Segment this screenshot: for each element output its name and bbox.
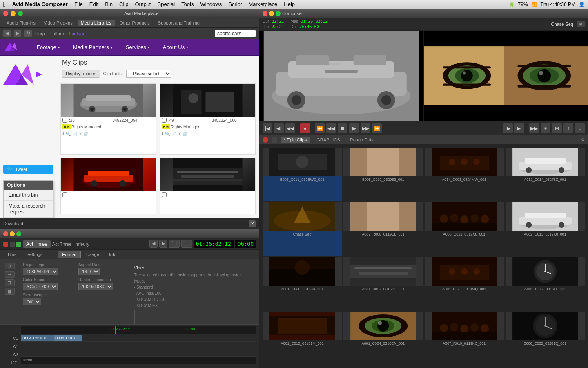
transport-play[interactable]: ▶ [349, 123, 359, 133]
transport-record[interactable]: ● [300, 123, 310, 133]
marketplace-menu[interactable]: Marketplace [248, 1, 277, 7]
bin-menu[interactable]: Bin [105, 1, 113, 7]
forward-button[interactable]: ▶ [14, 30, 21, 37]
tab-info[interactable]: Info [105, 251, 121, 258]
clip-info-1[interactable]: ℹ [162, 132, 163, 136]
clip-checkbox-2[interactable] [62, 192, 67, 197]
stereo-select[interactable]: Off [23, 298, 41, 305]
timeline-btn-4[interactable]: ▦ [5, 288, 15, 295]
option-email-bin[interactable]: Email this bin [4, 190, 53, 201]
nav-about-us[interactable]: About Us▾ [156, 39, 195, 55]
clip-h004-c013[interactable]: H004_C013_ [54, 335, 82, 341]
clip-tools-select[interactable]: --Please select-- [126, 70, 172, 78]
editor-tool-3[interactable]: ⬛ [169, 240, 180, 248]
bin-item-4[interactable]: Chase Seq [263, 202, 342, 256]
clip-info-0[interactable]: ℹ [62, 132, 64, 136]
clip-cart-1[interactable]: 🛒 [183, 132, 188, 136]
windows-menu[interactable]: Windows [200, 1, 222, 7]
clip-cart-0[interactable]: 🛒 [84, 132, 89, 136]
clip-zoom-0[interactable]: 🔍 [66, 132, 71, 136]
transport-stop[interactable]: ⏹ [338, 123, 347, 133]
clip-zoom-1[interactable]: 🔍 [165, 132, 170, 136]
transport-ff2[interactable]: ⏩ [372, 123, 382, 133]
raster-dim-select[interactable]: 1920x1080 [78, 283, 113, 290]
bin-tab-rough-cuts[interactable]: Rough Cuts [347, 137, 377, 143]
back-button[interactable]: ◀ [3, 30, 11, 37]
editor-tool-2[interactable]: ▶ [159, 240, 167, 248]
apple-menu[interactable]:  [3, 1, 6, 8]
transport-rew2[interactable]: ◀◀ [326, 123, 336, 133]
composer-minimize-dot[interactable] [269, 11, 274, 16]
tools-menu[interactable]: Tools [181, 1, 194, 7]
tab-audio-plugins[interactable]: Audio Plug-ins [3, 20, 39, 26]
clip-item-2[interactable] [60, 158, 156, 215]
bin-item-3[interactable]: A012_C014_03278Z_001 [506, 148, 585, 201]
clip-menu[interactable]: Clip [119, 1, 128, 7]
editor-tool-1[interactable]: ◀ [149, 240, 158, 248]
option-research-request[interactable]: Make a research request [4, 201, 53, 218]
transport-rew[interactable]: ⏪ [315, 123, 325, 133]
transport-extra4[interactable]: ↓ [575, 123, 585, 133]
a2-track[interactable] [21, 349, 256, 357]
script-menu[interactable]: Script [228, 1, 242, 7]
bin-item-9[interactable]: A001_C027_03152C_001 [343, 257, 423, 310]
bin-item-5[interactable]: A007_R008_0119CL_001 [343, 202, 423, 256]
breadcrumb-platform[interactable]: Platform [49, 31, 65, 36]
transport-mark-in[interactable]: ◀| [274, 123, 284, 133]
file-menu[interactable]: File [74, 1, 83, 7]
transport-ff[interactable]: ▶▶ [361, 123, 370, 133]
composer-maximize-dot[interactable] [276, 11, 281, 16]
output-menu[interactable]: Output [135, 1, 151, 7]
transport-extra2[interactable]: ⊟ [552, 123, 562, 133]
tab-settings[interactable]: Settings [22, 251, 47, 258]
bin-item-13[interactable]: A001_C004_0210CN_001 [343, 312, 423, 365]
bin-item-8[interactable]: A001_C036_03153R_001 [263, 257, 342, 310]
tab-format[interactable]: Format [58, 251, 81, 258]
refresh-button[interactable]: ↻ [24, 30, 32, 37]
transport-go-end[interactable]: ▶| [514, 123, 524, 133]
special-menu[interactable]: Special [157, 1, 175, 7]
nav-footage[interactable]: Footage▾ [30, 39, 67, 55]
editor-tool-4[interactable]: ⬛ [181, 240, 192, 248]
clip-item-0[interactable]: :28 3452224_054 RM Rights Managed ℹ 🔍 📄 [60, 83, 156, 155]
clip-doc-0[interactable]: 📄 [72, 132, 77, 136]
help-menu[interactable]: Help [284, 1, 295, 7]
bin-settings-btn[interactable]: ⚙ [581, 137, 585, 142]
edit-menu[interactable]: Edit [89, 1, 98, 7]
clip-h004-c016[interactable]: H004_C016_0 [21, 335, 54, 341]
clip-item-1[interactable]: :49 3452224_060 RM Rights Managed ℹ 🔍 📄 [160, 83, 256, 155]
nav-media-partners[interactable]: Media Partners▾ [67, 39, 119, 55]
transport-mark-out[interactable]: |▶ [503, 123, 513, 133]
bin-item-14[interactable]: A007_R019_0119KC_001 [425, 312, 504, 365]
timeline-btn-2[interactable]: ↔ [5, 271, 15, 278]
timeline-btn-1[interactable]: ⊞ [5, 263, 15, 269]
bin-tab-epic[interactable]: * Epic Clips [281, 137, 310, 143]
bin-item-15[interactable]: B006_C022_03281Q_001 [506, 312, 585, 365]
tab-bins[interactable]: Bins [3, 251, 21, 258]
bin-item-7[interactable]: A002_C013_0319K8_001 [506, 202, 585, 256]
download-close-button[interactable]: ✕ [249, 220, 256, 227]
breadcrumb-footage[interactable]: Footage [69, 31, 85, 36]
bin-tab-graphics[interactable]: GRAPHICS [313, 137, 343, 143]
v1-track[interactable]: H004_C016_0 H004_C013_ [21, 334, 256, 342]
app-menu[interactable]: Avid Media Composer [12, 1, 68, 7]
transport-extra1[interactable]: ⊞ [541, 123, 550, 133]
bin-item-12[interactable]: A001_C012_03151M_001 [263, 312, 342, 365]
minimize-dot[interactable] [11, 11, 16, 16]
composer-close-dot[interactable] [263, 11, 267, 16]
transport-step-back[interactable]: ◀◀ [285, 123, 295, 133]
search-input[interactable] [215, 30, 256, 37]
bin-item-11[interactable]: A001_C012_0315HI_001 [506, 257, 585, 310]
editor-close-dot[interactable] [3, 231, 8, 236]
editor-maximize-dot[interactable] [16, 231, 21, 236]
editor-minimize-dot[interactable] [10, 231, 15, 236]
transport-step-fwd[interactable]: ▶▶ [529, 123, 539, 133]
close-dot[interactable] [3, 11, 8, 16]
nav-services[interactable]: Services▾ [119, 39, 156, 55]
clip-checkbox-1[interactable] [162, 118, 167, 123]
clip-delete-0[interactable]: ✕ [79, 132, 82, 136]
clip-delete-1[interactable]: ✕ [178, 132, 181, 136]
clip-doc-1[interactable]: 📄 [172, 132, 176, 136]
bin-close-dot[interactable] [263, 137, 268, 143]
bin-item-0[interactable]: B006_C011_032BWC_001 [263, 148, 342, 201]
